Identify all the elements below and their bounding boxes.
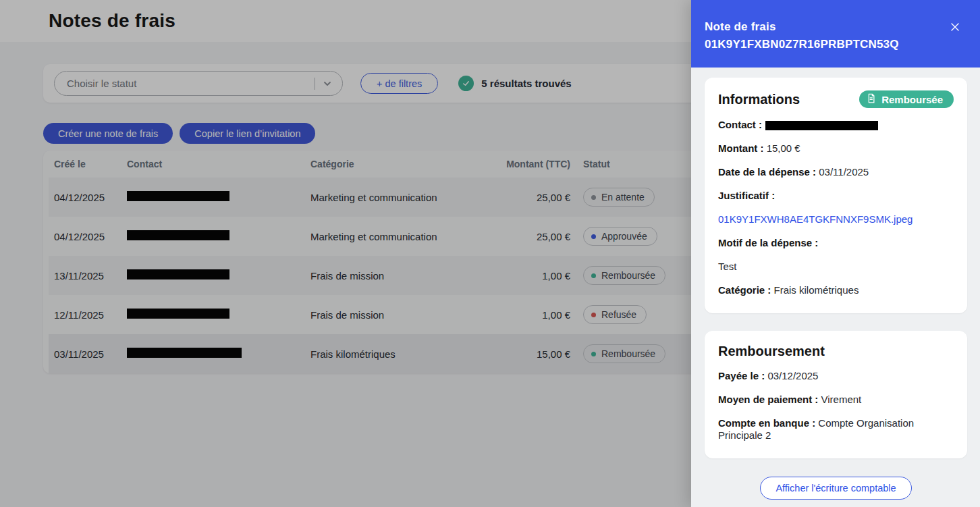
compte-banque-field: Compte en banque : Compte Organisation P…: [718, 417, 954, 442]
modal-overlay[interactable]: [0, 0, 691, 507]
status-badge: Remboursée: [859, 90, 954, 108]
moyen-paiement-field: Moyen de paiement : Virement: [718, 394, 954, 406]
close-icon[interactable]: [948, 20, 962, 36]
payee-le-field: Payée le : 03/12/2025: [718, 370, 954, 382]
motif-label: Motif de la dépense :: [718, 237, 954, 249]
categorie-field: Catégorie : Frais kilométriques: [718, 284, 954, 296]
remboursement-title: Remboursement: [718, 344, 825, 359]
show-accounting-entry-button[interactable]: Afficher l'écriture comptable: [760, 477, 911, 500]
panel-title-line2: 01K9Y1FXBN0Z7R16PRBPTCN53Q: [705, 36, 899, 53]
informations-title: Informations: [718, 92, 800, 107]
receipt-icon: [866, 93, 876, 105]
expense-detail-panel: Note de frais 01K9Y1FXBN0Z7R16PRBPTCN53Q…: [691, 0, 980, 507]
panel-footer: Afficher l'écriture comptable: [705, 458, 967, 507]
status-badge-label: Remboursée: [881, 94, 943, 105]
justificatif-label: Justificatif :: [718, 190, 954, 202]
justificatif-link[interactable]: 01K9Y1FXWH8AE4TGKFNNXF9SMK.jpeg: [718, 213, 913, 225]
date-depense-field: Date de la dépense : 03/11/2025: [718, 166, 954, 178]
panel-body: Informations Remboursée Contact : Montan…: [691, 68, 980, 507]
montant-field: Montant : 15,00 €: [718, 142, 954, 155]
panel-title-line1: Note de frais: [705, 18, 899, 36]
contact-field: Contact :: [718, 119, 954, 131]
panel-title: Note de frais 01K9Y1FXBN0Z7R16PRBPTCN53Q: [705, 18, 899, 53]
remboursement-card: Remboursement Payée le : 03/12/2025 Moye…: [705, 331, 967, 458]
informations-card: Informations Remboursée Contact : Montan…: [705, 78, 967, 313]
panel-header: Note de frais 01K9Y1FXBN0Z7R16PRBPTCN53Q: [691, 0, 980, 68]
justificatif-link-row: 01K9Y1FXWH8AE4TGKFNNXF9SMK.jpeg: [718, 213, 954, 225]
motif-value: Test: [718, 261, 954, 273]
redacted-contact: [765, 121, 878, 130]
